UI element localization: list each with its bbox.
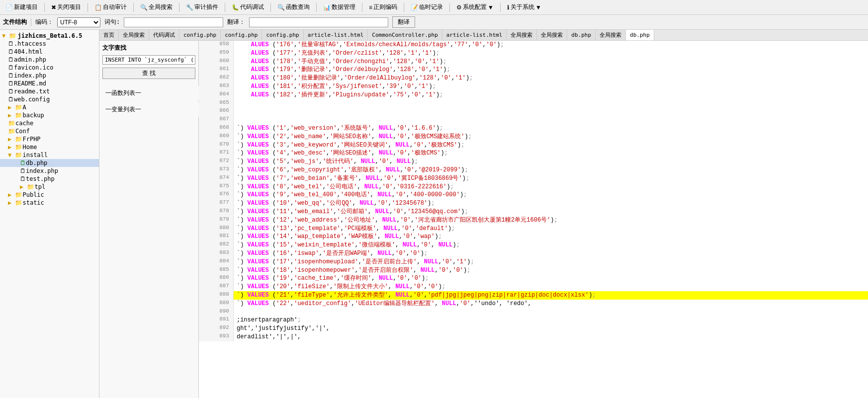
- keyword-input[interactable]: [124, 17, 223, 27]
- line-content[interactable]: ALUES ('180','批量删除记录','Order/delAllbuylo…: [233, 74, 868, 82]
- line-content[interactable]: `) VALUES ('9','web_tel_400','400电话', NU…: [233, 191, 868, 199]
- line-content[interactable]: `) VALUES ('20','fileSize','限制上传文件大小', N…: [233, 283, 868, 291]
- tab-global-search4[interactable]: 全局搜索: [596, 30, 626, 40]
- search-btn[interactable]: 查 找: [102, 68, 195, 79]
- line-content[interactable]: [233, 107, 868, 116]
- line-number: 892: [199, 324, 233, 333]
- line-content[interactable]: `) VALUES ('7','web_beian','备案号', NULL,'…: [233, 174, 868, 183]
- line-content[interactable]: ALUES ('179','删除记录','Order/delbuylog','1…: [233, 66, 868, 74]
- line-content[interactable]: `) VALUES ('22','ueditor_config','UEdito…: [233, 300, 868, 308]
- sidebar-item-static[interactable]: ▶ 📁 static: [0, 199, 99, 207]
- code-debug-button[interactable]: 🐛 代码调试: [228, 1, 267, 13]
- func-list-label[interactable]: 一函数列表一: [102, 86, 202, 100]
- sidebar-item-admin[interactable]: 🗒 admin.php: [0, 56, 99, 64]
- line-content[interactable]: `) VALUES ('21','fileType','允许上传文件类型', N…: [233, 291, 868, 300]
- table-row: 882`) VALUES ('15','weixin_template','微信…: [199, 241, 868, 249]
- line-content[interactable]: `) VALUES ('19','cache_time','缓存时间', NUL…: [233, 274, 868, 283]
- tab-config3[interactable]: config.php: [262, 30, 303, 40]
- line-content[interactable]: ALUES ('182','插件更新','Plugins/update','75…: [233, 91, 868, 99]
- data-icon: 📊: [323, 4, 331, 11]
- data-manage-button[interactable]: 📊 数据管理: [320, 1, 359, 13]
- sidebar-item-webconfig[interactable]: 🗒 web.config: [0, 95, 99, 103]
- regex-button[interactable]: ≡ 正则编码: [365, 1, 401, 13]
- line-content[interactable]: `) VALUES ('10','web_qq','公司QQ', NULL,'0…: [233, 199, 868, 208]
- sidebar-item-Home[interactable]: ▶ 📁 Home: [0, 143, 99, 151]
- code-area[interactable]: 858 ALUES ('176','批量审核TAG','Extmolds/che…: [199, 41, 868, 398]
- sidebar-item-readme-txt[interactable]: 🗒 readme.txt: [0, 87, 99, 95]
- tab-global-search3[interactable]: 全局搜索: [537, 30, 567, 40]
- line-content[interactable]: `) VALUES ('13','pc_template','PC端模板', N…: [233, 225, 868, 233]
- sidebar-item-indexphp2[interactable]: 🗒 index.php: [0, 167, 99, 175]
- tab-shouye[interactable]: 首页: [99, 30, 119, 40]
- sidebar-item-readme-md[interactable]: 🗒 README.md: [0, 80, 99, 87]
- line-content[interactable]: ;insertparagraph';: [233, 316, 868, 324]
- line-content[interactable]: [233, 308, 868, 317]
- table-row: 860 ALUES ('178','手动充值','Order/chongzhi'…: [199, 58, 868, 66]
- line-content[interactable]: ALUES ('177','充值列表','Order/czlist','128'…: [233, 49, 868, 58]
- line-content[interactable]: `) VALUES ('11','web_email','公司邮箱', NULL…: [233, 208, 868, 216]
- tab-article-list1[interactable]: article-list.html: [304, 30, 368, 40]
- line-content[interactable]: [233, 116, 868, 124]
- sidebar-item-tpl[interactable]: ▶ 📁 tpl: [0, 183, 99, 191]
- tab-config2[interactable]: config.php: [221, 30, 262, 40]
- line-content[interactable]: `) VALUES ('12','web_address','公司地址', NU…: [233, 216, 868, 225]
- tab-global-search1[interactable]: 全局搜索: [119, 30, 149, 40]
- line-content[interactable]: `) VALUES ('18','isopenhomepower','是否开启前…: [233, 266, 868, 275]
- sidebar-item-index[interactable]: 🗒 index.php: [0, 72, 99, 80]
- sidebar-item-dbphp[interactable]: 🗒 db.php: [0, 159, 99, 167]
- line-content[interactable]: `) VALUES ('6','web_copyright','底部版权', N…: [233, 166, 868, 174]
- sidebar-item-testphp[interactable]: 🗒 test.php: [0, 175, 99, 183]
- sidebar-item-backup[interactable]: ▶ 📁 backup: [0, 111, 99, 119]
- auto-audit-button[interactable]: 📋 自动审计: [91, 1, 130, 13]
- tab-global-search2[interactable]: 全局搜索: [507, 30, 537, 40]
- audit-plugin-button[interactable]: 🔧 审计插件: [182, 1, 222, 13]
- sidebar-item-Public[interactable]: ▶ 📁 Public: [0, 191, 99, 199]
- line-content[interactable]: ght','justifyjustify','|',: [233, 324, 868, 333]
- translate-button[interactable]: 翻译: [392, 16, 415, 28]
- keyword-label: 词句:: [104, 18, 120, 26]
- line-content[interactable]: `) VALUES ('5','web_js','统计代码', NULL,'0'…: [233, 158, 868, 166]
- sidebar-item-install[interactable]: ▼ 📁 install: [0, 151, 99, 159]
- line-content[interactable]: `) VALUES ('2','web_name','网站SEO名称', NUL…: [233, 133, 868, 141]
- temp-record-button[interactable]: 📝 临时记录: [407, 1, 446, 13]
- tab-dbphp1[interactable]: db.php: [567, 30, 596, 40]
- line-content[interactable]: deradlist','|',|',: [233, 333, 868, 341]
- line-content[interactable]: ALUES ('176','批量审核TAG','Extmolds/checkAl…: [233, 41, 868, 49]
- encoding-select[interactable]: UTF-8 GBK GB2312 ISO-8859-1: [57, 17, 100, 27]
- func-query-button[interactable]: 🔍 函数查询: [274, 1, 313, 13]
- sidebar-item-cache[interactable]: 📁 cache: [0, 119, 99, 127]
- new-project-button[interactable]: 📄 新建项目: [2, 1, 41, 13]
- line-content[interactable]: `) VALUES ('17','isopenhomeupload','是否开启…: [233, 258, 868, 266]
- translate-input[interactable]: [249, 17, 388, 27]
- global-search-button[interactable]: 🔍 全局搜索: [137, 1, 176, 13]
- search-input[interactable]: [102, 55, 195, 65]
- sidebar-item-A[interactable]: ▶ 📁 A: [0, 103, 99, 111]
- line-number: 888: [199, 291, 233, 300]
- line-content[interactable]: `) VALUES ('1','web_version','系统版号', NUL…: [233, 124, 868, 133]
- about-button[interactable]: ℹ 关于系统 ▼: [504, 1, 545, 13]
- tab-config1[interactable]: config.php: [179, 30, 221, 40]
- sidebar-item-404[interactable]: 🗒 404.html: [0, 48, 99, 56]
- line-content[interactable]: ALUES ('181','积分配置','Sys/jifenset','39',…: [233, 82, 868, 91]
- sidebar-item-favicon[interactable]: 🗒 favicon.ico: [0, 64, 99, 72]
- tab-code-debug[interactable]: 代码调试: [149, 30, 179, 40]
- sidebar-root[interactable]: ▼ 📁 jizhicms_Beta1.6.5: [0, 32, 99, 40]
- line-content[interactable]: `) VALUES ('15','weixin_template','微信端模板…: [233, 241, 868, 249]
- line-content[interactable]: `) VALUES ('3','web_keyword','网站SEO关键词',…: [233, 141, 868, 150]
- line-number: 880: [199, 225, 233, 233]
- line-content[interactable]: `) VALUES ('8','web_tel','公司电话', NULL,'0…: [233, 183, 868, 191]
- close-project-button[interactable]: ✖ 关闭项目: [48, 1, 85, 13]
- line-content[interactable]: [233, 99, 868, 108]
- sidebar-item-htaccess[interactable]: 🗒 .htaccess: [0, 40, 99, 48]
- sidebar-item-FrPHP[interactable]: ▶ 📁 FrPHP: [0, 135, 99, 143]
- line-content[interactable]: `) VALUES ('14','wap_template','WAP模板', …: [233, 233, 868, 241]
- line-content[interactable]: ALUES ('178','手动充值','Order/chongzhi','12…: [233, 58, 868, 66]
- sidebar-item-Conf[interactable]: 📁 Conf: [0, 127, 99, 135]
- sys-config-button[interactable]: ⚙ 系统配置 ▼: [453, 1, 497, 13]
- tab-common-ctrl[interactable]: CommonController.php: [368, 30, 442, 40]
- line-content[interactable]: `) VALUES ('16','iswap','是否开启WAP端', NULL…: [233, 249, 868, 258]
- tab-dbphp2[interactable]: db.php: [626, 30, 654, 41]
- var-list-label[interactable]: 一变量列表一: [102, 102, 202, 117]
- line-content[interactable]: `) VALUES ('4','web_desc','网站SEO描述', NUL…: [233, 149, 868, 158]
- tab-article-list2[interactable]: article-list.html: [442, 30, 507, 40]
